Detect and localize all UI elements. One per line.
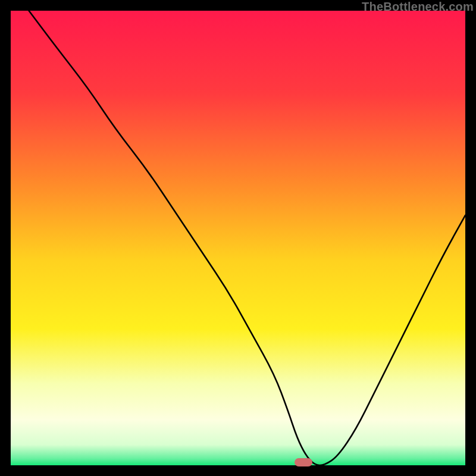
watermark-text: TheBottleneck.com [362,0,474,14]
optimum-marker [295,458,312,466]
outer-frame: TheBottleneck.com [0,0,476,476]
curve-layer [11,11,465,465]
bottleneck-curve [29,11,465,465]
